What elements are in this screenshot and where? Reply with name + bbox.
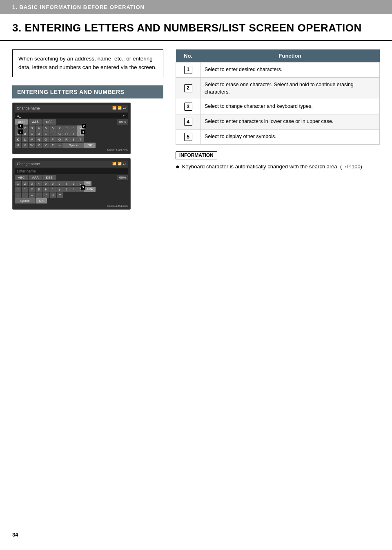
kbd1-key-W[interactable]: W	[29, 143, 35, 148]
kbd2-key-amp[interactable]: &	[42, 187, 49, 192]
kbd2-key-1[interactable]: 1	[15, 181, 21, 186]
kbd1-key-F[interactable]: F	[49, 131, 56, 136]
kbd2-key-badge5[interactable]: 5 5	[77, 187, 84, 192]
back-btn-2[interactable]: ↩	[123, 162, 126, 166]
kbd1-key-6[interactable]: 6	[49, 125, 56, 131]
kbd1-key-M[interactable]: M	[29, 137, 35, 142]
kbd1-key-U[interactable]: U	[15, 143, 21, 148]
badge-4: 4	[81, 130, 85, 134]
info-bullet-text: Keyboard character is automatically chan…	[182, 163, 362, 171]
kbd1-key-E[interactable]: E	[42, 131, 49, 136]
row-number-badge: 3	[184, 103, 192, 111]
kbd1-key-X[interactable]: X	[36, 143, 42, 148]
kbd1-key-3[interactable]: 3	[29, 125, 35, 131]
kbd1-key-7[interactable]: 7	[56, 125, 63, 131]
kbd1-key-5[interactable]: 5	[42, 125, 49, 131]
kbd1-tab-row[interactable]: ABC ÀÁÂ ÐÉÈ 09%	[15, 119, 128, 125]
kbd1-key-Y[interactable]: Y	[42, 143, 49, 148]
table-cell-no: 1	[176, 63, 200, 78]
kbd2-placeholder: Enter name	[17, 169, 36, 173]
kbd2-key-lt[interactable]: <	[50, 192, 56, 198]
kbd2-key-3[interactable]: 3	[29, 181, 35, 186]
kbd2-key-slash[interactable]: /	[43, 192, 49, 198]
kbd2-key-9[interactable]: 9	[70, 181, 77, 186]
table-row: 3Select to change character and keyboard…	[176, 99, 380, 114]
kbd1-key-dash[interactable]: –	[56, 143, 63, 148]
kbd1-key-O[interactable]: O	[42, 137, 49, 142]
kbd2-tab-row[interactable]: ABC ÀÁÂ ÐÉÈ 09%	[15, 175, 128, 180]
kbd2-key-dash2[interactable]: –	[29, 192, 35, 198]
kbd1-key-K[interactable]: K	[15, 137, 21, 142]
kbd2-key-2[interactable]: 2	[22, 181, 28, 186]
kbd2-page-ind[interactable]: 1/2▶	[84, 187, 96, 192]
kbd1-key-4[interactable]: 4	[36, 125, 42, 131]
table-header-no: No.	[176, 49, 200, 63]
kbd1-key-D[interactable]: D	[36, 131, 42, 136]
kbd2-key-6[interactable]: 6	[49, 181, 56, 186]
kbd2-key-space[interactable]: Space	[15, 198, 35, 203]
kbd2-key-5[interactable]: 5	[42, 181, 49, 186]
kbd1-key-R[interactable]: R	[63, 137, 70, 142]
kbd2-key-8[interactable]: 8	[63, 181, 70, 186]
kbd1-key-P[interactable]: P	[49, 137, 56, 142]
kbd1-alpha-row1: A 3 B C D E F G H I ⇧ 4	[15, 131, 128, 136]
kbd1-key-A[interactable]: A 3	[15, 131, 21, 136]
kbd2-key-star[interactable]: *	[70, 187, 77, 192]
kbd1-tab-diacrit[interactable]: ÀÁÂ	[29, 119, 42, 125]
kbd1-key-9[interactable]: 9	[70, 125, 77, 131]
kbd1-bottom-row: U V W X Y Z – Space OK	[15, 143, 128, 148]
kbd1-key-Z[interactable]: Z	[49, 143, 56, 148]
kbd2-key-hash[interactable]: #	[29, 187, 35, 192]
kbd2-key-ok[interactable]: OK	[36, 198, 47, 203]
kbd1-topbar: Change name 📶 📶 ↩	[15, 105, 128, 112]
kbd2-key-ques[interactable]: ?	[57, 192, 63, 198]
kbd2-sym-row2: + .. – .... / < ?	[15, 192, 128, 198]
kbd1-tab-special[interactable]: ÐÉÈ	[42, 119, 56, 125]
row-number-badge: 1	[184, 66, 192, 74]
section-title-text: 3. ENTERING LETTERS AND NUMBERS/LIST SCR…	[12, 22, 362, 34]
badge-2: 2	[82, 124, 86, 128]
table-header-function: Function	[200, 49, 380, 63]
kbd2-key-ellip[interactable]: ....	[36, 192, 42, 198]
kbd2-tab-diacrit[interactable]: ÀÁÂ	[29, 175, 42, 180]
kbd2-key-7[interactable]: 7	[56, 181, 63, 186]
info-box-text: When searching by an address, name, etc.…	[18, 56, 156, 70]
kbd2-key-rparen[interactable]: )	[63, 187, 70, 192]
kbd2-tab-abc[interactable]: ABC	[15, 175, 28, 180]
kbd1-key-ok[interactable]: OK	[84, 143, 96, 148]
kbd1-key-N[interactable]: N	[36, 137, 42, 142]
kbd1-key-G[interactable]: G	[56, 131, 63, 136]
kbd1-key-S[interactable]: S	[70, 137, 77, 142]
back-btn[interactable]: ↩	[123, 106, 126, 111]
kbd2-key-excl[interactable]: !	[15, 187, 21, 192]
top-header-bar: 1. BASIC INFORMATION BEFORE OPERATION	[0, 0, 392, 14]
kbd1-input-text: a_	[17, 114, 21, 118]
kbd1-enter-icon: ↵	[123, 114, 126, 118]
kbd1-key-Q[interactable]: Q	[56, 137, 63, 142]
top-header-text: 1. BASIC INFORMATION BEFORE OPERATION	[12, 4, 145, 10]
kbd2-key-4[interactable]: 4	[36, 181, 42, 186]
kbd2-key-apos[interactable]: '	[49, 187, 56, 192]
kbd2-key-lparen[interactable]: (	[56, 187, 63, 192]
kbd2-tab-num[interactable]: 09%	[117, 175, 128, 180]
wifi-icon-2: 📶	[112, 162, 116, 166]
kbd1-key-C[interactable]: C	[29, 131, 35, 136]
kbd1-key-I[interactable]: I	[70, 131, 77, 136]
kbd2-key-quote[interactable]: "	[22, 187, 28, 192]
table-cell-function: Select to display other symbols.	[200, 130, 380, 145]
kbd1-key-T[interactable]: T	[77, 137, 84, 142]
kbd1-key-case[interactable]: ⇧ 4	[77, 131, 84, 136]
kbd1-key-L[interactable]: L	[22, 137, 28, 142]
kbd2-number-row: 1 2 3 4 5 6 7 8 9 0 ⌫	[15, 181, 128, 186]
kbd1-tab-num[interactable]: 09%	[117, 119, 128, 125]
kbd1-key-space[interactable]: Space	[63, 143, 84, 148]
kbd1-key-H[interactable]: H	[63, 131, 70, 136]
kbd2-key-dots[interactable]: ..	[22, 192, 28, 198]
kbd2-key-dollar[interactable]: $	[36, 187, 42, 192]
kbd1-key-8[interactable]: 8	[63, 125, 70, 131]
kbd2-tab-special[interactable]: ÐÉÈ	[42, 175, 56, 180]
table-row: 4Select to enter characters in lower cas…	[176, 114, 380, 130]
wifi-icon: 📶	[112, 106, 116, 111]
kbd1-key-V[interactable]: V	[22, 143, 28, 148]
kbd2-key-plus[interactable]: +	[15, 192, 21, 198]
